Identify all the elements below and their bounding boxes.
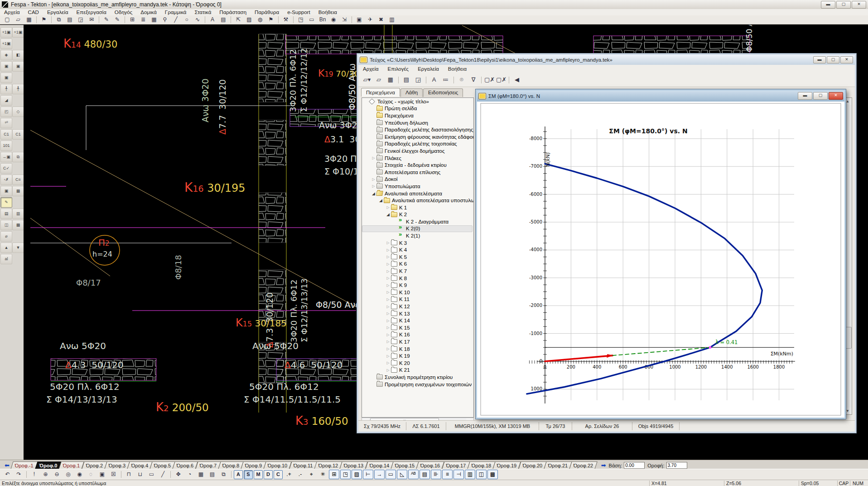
menu-item-Γραμμικά[interactable]: Γραμμικά — [161, 9, 191, 15]
expand-collapsed-icon[interactable]: ▷ — [386, 276, 391, 280]
storey-tab-Όροφ.22[interactable]: Όροφ.22 — [569, 462, 598, 469]
storey-tab-Όροφ.20[interactable]: Όροφ.20 — [518, 462, 547, 469]
main-toolbar-icon-41[interactable]: ▥ — [387, 15, 397, 24]
storey-tab-Όροφ.15[interactable]: Όροφ.15 — [391, 462, 419, 469]
close-button[interactable]: ✕ — [852, 1, 866, 9]
bottom-blue-icon-12[interactable]: ▥ — [465, 470, 475, 479]
left-tool-33[interactable]: ▥ — [12, 209, 24, 219]
left-tool-35[interactable]: ▩ — [12, 220, 24, 230]
main-toolbar-icon-19[interactable]: ○ — [182, 15, 192, 24]
bottom-toolbar-icon-13[interactable]: ⊔ — [135, 470, 145, 479]
main-toolbar-icon-17[interactable]: ⚲ — [160, 15, 170, 24]
expand-expanded-icon[interactable]: ◢ — [378, 198, 383, 203]
main-toolbar-icon-4[interactable]: ⚑ — [39, 15, 49, 24]
bottom-blue-icon-6[interactable]: ◺ — [397, 470, 407, 479]
teyxos-toolbar-icon-1[interactable]: ▱ — [373, 75, 384, 85]
teyxos-toolbar-icon-10[interactable]: ⌾ — [456, 75, 467, 85]
menu-item-e-Support[interactable]: e-Support — [283, 9, 314, 15]
storey-tab-Όροφ.14[interactable]: Όροφ.14 — [365, 462, 394, 469]
tree-item-Προμέτρηση ενισχυμένων τοιχοποιών[interactable]: Προμέτρηση ενισχυμένων τοιχοποιών — [362, 381, 473, 388]
main-toolbar-icon-8[interactable]: ◲ — [76, 15, 86, 24]
menu-item-Στατικά[interactable]: Στατικά — [190, 9, 215, 15]
chart-close-button[interactable]: ✕ — [829, 92, 843, 100]
main-toolbar-icon-18[interactable]: ╱ — [171, 15, 181, 24]
tree-item-Παραδοχές μελέτης τοιχοποιίας[interactable]: Παραδοχές μελέτης τοιχοποιίας — [362, 141, 473, 148]
bottom-mid-icon-2[interactable]: ⌖ — [306, 470, 317, 479]
left-tool-39[interactable]: ▼ — [12, 243, 24, 253]
main-toolbar-icon-0[interactable]: ▢ — [2, 15, 12, 24]
teyxos-menu-item-Αρχεία[interactable]: Αρχεία — [358, 66, 383, 72]
expand-collapsed-icon[interactable]: ▷ — [386, 319, 391, 323]
bottom-toolbar-icon-19[interactable]: ▦ — [196, 470, 206, 479]
menu-item-Βοήθεια[interactable]: Βοήθεια — [314, 9, 341, 15]
left-tool-6[interactable]: ▣ — [0, 61, 12, 72]
expand-expanded-icon[interactable]: ◢ — [386, 212, 391, 217]
main-toolbar-icon-14[interactable]: ⊞ — [127, 15, 137, 24]
left-tool-11[interactable]: ╀ — [12, 84, 24, 94]
bottom-toolbar-icon-0[interactable]: ↶ — [2, 470, 13, 479]
menu-item-Εργαλεία[interactable]: Εργαλεία — [43, 9, 72, 15]
teyxos-toolbar-icon-13[interactable]: ▢✗ — [484, 75, 495, 85]
tree-item-K 2(1)[interactable]: K 2(1) — [362, 232, 473, 239]
teyxos-toolbar-icon-4[interactable]: ▤ — [401, 75, 412, 85]
storey-tab-Όροφ.13[interactable]: Όροφ.13 — [340, 462, 368, 469]
main-toolbar-icon-38[interactable]: ▣ — [354, 15, 364, 24]
tree-item-Εκτίμηση φέρουσας ικανότητας εδάφους[interactable]: Εκτίμηση φέρουσας ικανότητας εδάφους — [362, 133, 473, 141]
tree-item-K 11[interactable]: ▷K 11 — [362, 296, 473, 303]
tree-item-K 2(0)[interactable]: K 2(0) — [362, 225, 473, 233]
base-input[interactable] — [624, 462, 645, 469]
tree-item-Αναλυτικά αποτελέσματα[interactable]: ◢Αναλυτικά αποτελέσματα — [362, 190, 473, 197]
bottom-mid-icon-0[interactable]: .+ — [284, 470, 294, 479]
expand-collapsed-icon[interactable]: ▷ — [386, 333, 391, 337]
main-toolbar-icon-11[interactable]: ✎ — [101, 15, 111, 24]
expand-collapsed-icon[interactable]: ▷ — [386, 297, 391, 301]
teyxos-toolbar-icon-14[interactable]: ▢✗ — [496, 75, 506, 85]
left-tool-12[interactable]: ◢ — [0, 95, 12, 106]
bottom-toolbar-icon-20[interactable]: ▤ — [207, 470, 217, 479]
main-toolbar-icon-25[interactable]: ⇱ — [233, 15, 243, 24]
expand-collapsed-icon[interactable]: ▷ — [386, 205, 391, 209]
bottom-blue-icon-5[interactable]: ▭ — [386, 470, 396, 479]
expand-collapsed-icon[interactable]: ▷ — [371, 184, 376, 188]
tree-item-Δοκοί[interactable]: ▷Δοκοί — [362, 176, 473, 183]
tree-item-K 17[interactable]: ▷K 17 — [362, 338, 473, 345]
tree-item-K 2 - Διαγράμματα[interactable]: K 2 - Διαγράμματα — [362, 218, 473, 225]
tab-Λάθη[interactable]: Λάθη — [400, 88, 423, 97]
storey-tab-Όροφ.0[interactable]: Όροφ.0 — [35, 462, 62, 469]
bottom-blue-icon-3[interactable]: ⊢ — [363, 470, 373, 479]
teyxos-menu-item-Βοήθεια[interactable]: Βοήθεια — [444, 66, 471, 72]
tab-Περιεχόμενα[interactable]: Περιεχόμενα — [361, 88, 400, 97]
bottom-blue-icon-8[interactable]: ▤ — [420, 470, 430, 479]
storey-tab-Όροφ.-1[interactable]: Όροφ.-1 — [10, 462, 38, 469]
bottom-toolbar-icon-4[interactable]: ⊕ — [40, 470, 51, 479]
mode-button-A[interactable]: A — [234, 470, 243, 479]
menu-item-Αρχεία[interactable]: Αρχεία — [0, 9, 24, 15]
left-tool-20[interactable]: 101 — [0, 141, 12, 151]
left-tool-24[interactable]: C✓ — [0, 163, 12, 174]
expand-collapsed-icon[interactable]: ▷ — [371, 177, 376, 181]
storey-tab-Όροφ.11[interactable]: Όροφ.11 — [289, 462, 317, 469]
mode-button-D[interactable]: D — [264, 470, 273, 479]
expand-collapsed-icon[interactable]: ▷ — [386, 241, 391, 245]
tree-item-Περιεχόμενα[interactable]: Περιεχόμενα — [362, 112, 473, 119]
mode-button-C[interactable]: C — [274, 470, 283, 479]
tree-item-K 10[interactable]: ▷K 10 — [362, 289, 473, 296]
tree-item-Αναλυτικά αποτελέσματα υποστυλωμάτων[interactable]: ◢Αναλυτικά αποτελέσματα υποστυλωμάτων — [362, 197, 473, 204]
bottom-toolbar-icon-12[interactable]: ⊓ — [124, 470, 134, 479]
expand-collapsed-icon[interactable]: ▷ — [386, 347, 391, 351]
left-tool-36[interactable]: ⌀ — [0, 231, 12, 242]
tree-item-Πρώτη σελίδα[interactable]: Πρώτη σελίδα — [362, 105, 473, 112]
expand-collapsed-icon[interactable]: ▷ — [386, 326, 391, 330]
left-tool-14[interactable]: ◰ — [0, 107, 12, 117]
left-tool-34[interactable]: ◫ — [0, 220, 12, 230]
left-tool-5[interactable]: ◧ — [12, 50, 24, 60]
expand-collapsed-icon[interactable]: ▷ — [386, 368, 391, 372]
storey-tab-Όροφ.17[interactable]: Όροφ.17 — [442, 462, 470, 469]
storey-tab-Όροφ.8[interactable]: Όροφ.8 — [218, 462, 244, 469]
tree-item-K 4[interactable]: ▷K 4 — [362, 246, 473, 253]
main-toolbar-icon-30[interactable]: ⚒ — [281, 15, 291, 24]
left-tool-30[interactable]: ✎ — [0, 197, 12, 208]
main-toolbar-icon-12[interactable]: ✎ — [112, 15, 122, 24]
storey-tab-Όροφ.3[interactable]: Όροφ.3 — [104, 462, 130, 469]
main-toolbar-icon-23[interactable]: ▤ — [218, 15, 228, 24]
